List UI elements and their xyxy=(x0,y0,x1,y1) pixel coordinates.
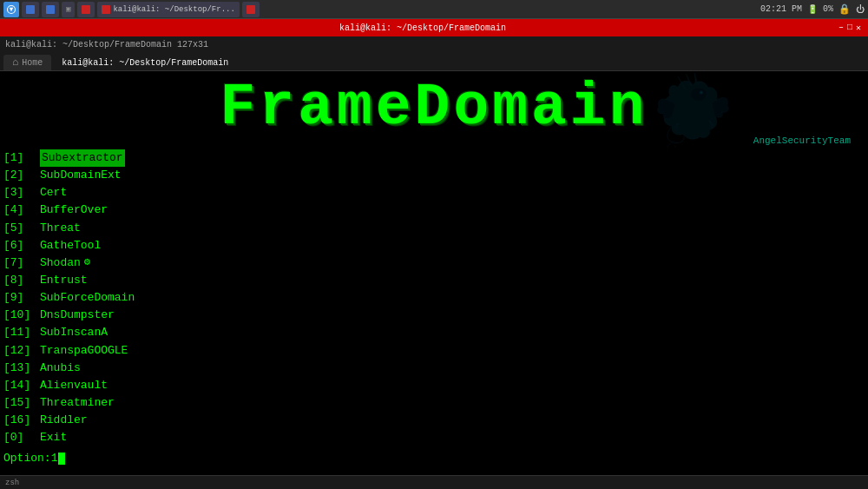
menu-item-bracket: [14] xyxy=(3,377,40,394)
menu-item-bracket: [8] xyxy=(3,272,40,289)
battery-icon: 🔋 xyxy=(807,4,818,15)
menu-item-label: Exit xyxy=(40,429,67,446)
lock-icon: 🔒 xyxy=(838,3,851,15)
menu-item-label: Alienvault xyxy=(40,377,108,394)
terminal-tabs: ⌂ Home kali@kali: ~/Desktop/FrameDomain xyxy=(0,52,868,71)
menu-item-subinscana[interactable]: [11]SubInscanA xyxy=(3,324,868,341)
option-colon: : xyxy=(44,452,51,465)
taskbar-item-2[interactable] xyxy=(42,2,59,17)
menu-item-label: BufferOver xyxy=(40,202,108,219)
menu-item-bracket: [3] xyxy=(3,184,40,202)
menu-item-bracket: [6] xyxy=(3,237,40,254)
menu-item-label: Entrust xyxy=(40,272,88,289)
tab-terminal-label: kali@kali: ~/Desktop/FrameDomain xyxy=(62,58,228,68)
app-icon-1 xyxy=(26,5,35,14)
menu-item-label: Shodan xyxy=(40,254,81,272)
menu-item-label: GatheTool xyxy=(40,237,101,254)
minimize-button[interactable]: – xyxy=(838,23,844,33)
menu-item-label: Riddler xyxy=(40,412,88,429)
menu-item-subextractor[interactable]: [1]Subextractor xyxy=(3,149,868,167)
app-icon-2 xyxy=(46,5,55,14)
taskbar-item-1[interactable] xyxy=(22,2,39,17)
taskbar-left: ▣ kali@kali: ~/Desktop/Fr... xyxy=(3,2,260,17)
menu-item-label: Threat xyxy=(40,220,81,237)
taskbar-framedomain-label: kali@kali: ~/Desktop/Fr... xyxy=(113,5,234,14)
taskbar-framedomain[interactable]: kali@kali: ~/Desktop/Fr... xyxy=(97,2,239,17)
tab-home[interactable]: ⌂ Home xyxy=(3,55,51,70)
menu-item-bracket: [9] xyxy=(3,289,40,307)
menu-item-bracket: [1] xyxy=(3,149,40,167)
menu-item-bracket: [2] xyxy=(3,167,40,184)
menu-item-riddler[interactable]: [16]Riddler xyxy=(3,412,868,429)
maximize-button[interactable]: □ xyxy=(847,23,852,33)
home-icon: ⌂ xyxy=(12,56,18,69)
os-topbar: ▣ kali@kali: ~/Desktop/Fr... 02:21 PM 🔋 … xyxy=(0,0,868,19)
app-icon-5 xyxy=(247,5,255,14)
terminal-content: FrameDomain AngelSecurityTeam [1]Subextr… xyxy=(0,71,868,475)
window-titlebar: kali@kali: ~/Desktop/FrameDomain – □ ✕ xyxy=(0,19,868,36)
menu-item-label: Threatminer xyxy=(40,394,115,412)
topbar-right: 02:21 PM 🔋 0% 🔒 ⏻ xyxy=(760,3,865,15)
menu-item-bracket: [15] xyxy=(3,394,40,412)
window-controls: – □ ✕ xyxy=(838,23,861,33)
window-path: kali@kali: ~/Desktop/FrameDomain 127x31 xyxy=(5,40,208,50)
menu-item-alienvault[interactable]: [14]Alienvault xyxy=(3,377,868,394)
terminal-window: kali@kali: ~/Desktop/FrameDomain – □ ✕ k… xyxy=(0,19,868,489)
menu-item-subdomainext[interactable]: [2]SubDomainExt xyxy=(3,167,868,184)
kali-logo-icon[interactable] xyxy=(3,2,19,17)
menu-item-bracket: [0] xyxy=(3,429,40,446)
menu-item-bracket: [13] xyxy=(3,360,40,377)
menu-item-cert[interactable]: [3]Cert xyxy=(3,184,868,202)
menu-item-bracket: [11] xyxy=(3,324,40,341)
close-button[interactable]: ✕ xyxy=(856,23,861,33)
menu-item-label: TranspaGOOGLE xyxy=(40,342,128,360)
framedomain-icon xyxy=(102,5,110,14)
power-icon: ⏻ xyxy=(856,4,865,15)
menu-item-transpagoogle[interactable]: [12]TranspaGOOGLE xyxy=(3,342,868,360)
app-icon-4 xyxy=(82,5,90,14)
menu-item-anubis[interactable]: [13]Anubis xyxy=(3,360,868,377)
menu-item-subforcedomain[interactable]: [9]SubForceDomain xyxy=(3,289,868,307)
app-title: FrameDomain xyxy=(0,78,868,137)
tab-terminal[interactable]: kali@kali: ~/Desktop/FrameDomain xyxy=(53,55,237,70)
menu-item-label: Anubis xyxy=(40,360,81,377)
taskbar-item-4[interactable] xyxy=(77,2,95,17)
menu-item-label: SubDomainExt xyxy=(40,167,122,184)
taskbar-term-icon: ▣ xyxy=(66,4,70,14)
window-title: kali@kali: ~/Desktop/FrameDomain xyxy=(7,23,838,33)
option-value: 1 xyxy=(51,452,58,465)
gear-icon: ⚙ xyxy=(84,254,90,272)
menu-item-dnsdumpster[interactable]: [10]DnsDumpster xyxy=(3,307,868,324)
app-header: FrameDomain AngelSecurityTeam xyxy=(0,71,868,148)
option-prompt[interactable]: Option : 1 xyxy=(0,448,868,466)
menu-item-bracket: [16] xyxy=(3,412,40,429)
menu-item-label: DnsDumpster xyxy=(40,307,115,324)
taskbar-item-3[interactable]: ▣ xyxy=(62,2,75,17)
tab-home-label: Home xyxy=(22,58,43,68)
menu-item-threat[interactable]: [5]Threat xyxy=(3,220,868,237)
menu-item-bracket: [5] xyxy=(3,220,40,237)
menu-list: [1]Subextractor[2]SubDomainExt[3]Cert[4]… xyxy=(0,148,868,448)
menu-item-label: SubInscanA xyxy=(40,324,108,341)
menu-item-shodan[interactable]: [7]Shodan⚙ xyxy=(3,254,868,272)
terminal-cursor xyxy=(58,453,65,465)
menu-item-bracket: [12] xyxy=(3,342,40,360)
menu-item-label: SubForceDomain xyxy=(40,289,135,307)
menu-item-label: Subextractor xyxy=(40,149,125,167)
menu-item-threatminer[interactable]: [15]Threatminer xyxy=(3,394,868,412)
menu-item-bufferover[interactable]: [4]BufferOver xyxy=(3,202,868,219)
menu-item-label: Cert xyxy=(40,184,67,202)
menu-item-entrust[interactable]: [8]Entrust xyxy=(3,272,868,289)
option-label: Option xyxy=(3,452,44,465)
menu-item-gathetool[interactable]: [6]GatheTool xyxy=(3,237,868,254)
menu-item-bracket: [10] xyxy=(3,307,40,324)
status-text: zsh xyxy=(5,479,19,487)
clock: 02:21 PM xyxy=(760,4,802,14)
menu-item-bracket: [7] xyxy=(3,254,40,272)
menu-item-exit[interactable]: [0]Exit xyxy=(3,429,868,446)
status-bar: zsh xyxy=(0,475,868,489)
window-pathbar: kali@kali: ~/Desktop/FrameDomain 127x31 xyxy=(0,36,868,52)
taskbar-item-5[interactable] xyxy=(242,2,260,17)
menu-item-bracket: [4] xyxy=(3,202,40,219)
battery-level: 0% xyxy=(823,4,833,14)
